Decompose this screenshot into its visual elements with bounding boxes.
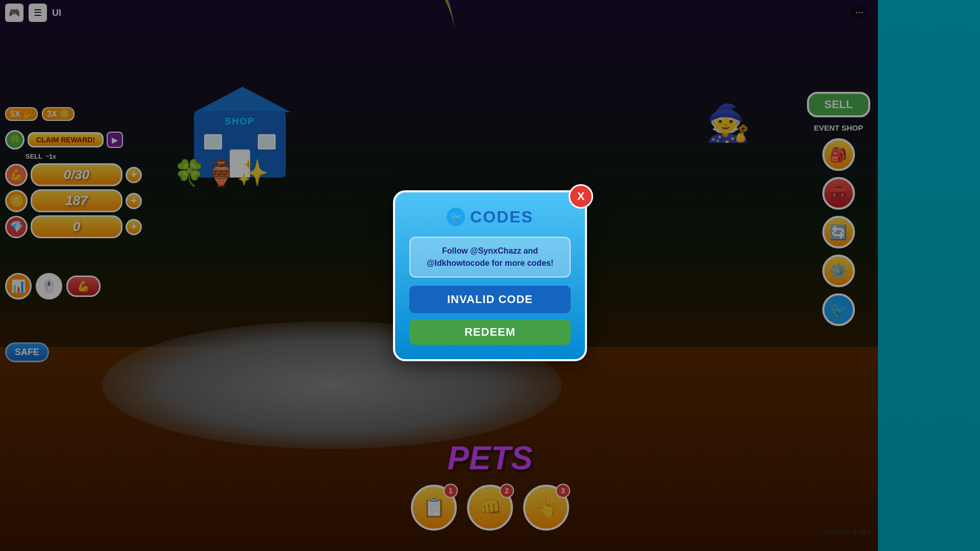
modal-info-box: Follow @SynxChazz and @ldkhowtocode for … bbox=[409, 237, 571, 278]
redeem-button[interactable]: REDEEM bbox=[409, 319, 571, 345]
modal-overlay: X 🐦 CODES Follow @SynxChazz and @ldkhowt… bbox=[0, 0, 980, 551]
twitter-bird-icon: 🐦 bbox=[450, 211, 462, 223]
close-icon: X bbox=[577, 190, 585, 203]
modal-title-text: CODES bbox=[470, 208, 533, 227]
modal-close-button[interactable]: X bbox=[569, 184, 593, 209]
modal-info-text: Follow @SynxChazz and @ldkhowtocode for … bbox=[427, 246, 554, 267]
modal-twitter-icon: 🐦 bbox=[447, 208, 465, 226]
code-input[interactable] bbox=[409, 286, 571, 313]
modal-title-row: 🐦 CODES bbox=[409, 208, 571, 227]
codes-modal: X 🐦 CODES Follow @SynxChazz and @ldkhowt… bbox=[393, 190, 587, 361]
